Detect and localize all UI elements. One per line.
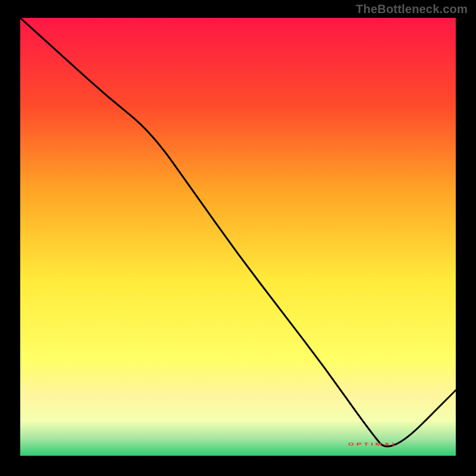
chart-svg [20,18,456,456]
optimal-label: OPTIMAL [348,441,399,447]
chart-container: TheBottleneck.com OPTIMAL [0,0,476,476]
gradient-background [20,18,456,456]
attribution-text: TheBottleneck.com [356,2,468,16]
plot-frame [20,18,456,456]
